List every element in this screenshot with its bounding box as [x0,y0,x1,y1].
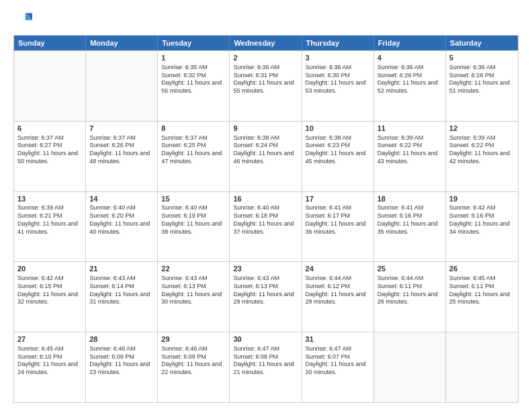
day-number: 13 [17,194,82,204]
day-number: 15 [161,194,226,204]
day-cell-25: 25Sunrise: 6:44 AMSunset: 6:11 PMDayligh… [374,262,446,332]
day-cell-15: 15Sunrise: 6:40 AMSunset: 6:19 PMDayligh… [158,192,230,262]
day-info: Sunrise: 6:40 AMSunset: 6:20 PMDaylight:… [89,204,154,236]
day-info: Sunrise: 6:41 AMSunset: 6:17 PMDaylight:… [306,204,370,236]
day-cell-6: 6Sunrise: 6:37 AMSunset: 6:27 PMDaylight… [14,122,86,191]
day-cell-12: 12Sunrise: 6:39 AMSunset: 6:22 PMDayligh… [446,122,518,191]
header-cell-wednesday: Wednesday [230,36,302,50]
day-cell-empty [86,51,158,121]
day-number: 11 [378,124,442,134]
day-cell-24: 24Sunrise: 6:44 AMSunset: 6:12 PMDayligh… [302,262,374,332]
day-cell-17: 17Sunrise: 6:41 AMSunset: 6:17 PMDayligh… [302,192,374,262]
header-cell-monday: Monday [86,36,158,50]
day-info: Sunrise: 6:37 AMSunset: 6:26 PMDaylight:… [89,134,154,166]
day-number: 22 [161,264,226,274]
day-cell-28: 28Sunrise: 6:46 AMSunset: 6:09 PMDayligh… [86,332,158,402]
day-cell-10: 10Sunrise: 6:38 AMSunset: 6:23 PMDayligh… [302,122,374,191]
day-info: Sunrise: 6:45 AMSunset: 6:10 PMDaylight:… [17,345,82,377]
day-cell-29: 29Sunrise: 6:46 AMSunset: 6:09 PMDayligh… [158,332,230,402]
day-cell-31: 31Sunrise: 6:47 AMSunset: 6:07 PMDayligh… [302,332,374,402]
day-number: 29 [161,334,226,345]
day-cell-empty [374,332,446,402]
day-number: 1 [161,53,226,63]
day-number: 31 [306,334,370,345]
day-number: 12 [449,124,515,134]
day-number: 21 [89,264,154,274]
calendar-row-5: 27Sunrise: 6:45 AMSunset: 6:10 PMDayligh… [14,332,518,402]
header-cell-saturday: Saturday [446,36,518,50]
day-cell-26: 26Sunrise: 6:45 AMSunset: 6:11 PMDayligh… [446,262,518,332]
day-cell-13: 13Sunrise: 6:39 AMSunset: 6:21 PMDayligh… [14,192,86,262]
day-info: Sunrise: 6:39 AMSunset: 6:21 PMDaylight:… [17,204,82,236]
calendar-row-1: 1Sunrise: 6:35 AMSunset: 6:32 PMDaylight… [14,50,518,121]
day-cell-1: 1Sunrise: 6:35 AMSunset: 6:32 PMDaylight… [158,51,230,121]
day-number: 20 [17,264,82,274]
day-cell-9: 9Sunrise: 6:38 AMSunset: 6:24 PMDaylight… [230,122,302,191]
day-info: Sunrise: 6:43 AMSunset: 6:13 PMDaylight:… [233,275,298,306]
day-cell-27: 27Sunrise: 6:45 AMSunset: 6:10 PMDayligh… [14,332,86,402]
day-number: 19 [449,194,515,204]
day-cell-20: 20Sunrise: 6:42 AMSunset: 6:15 PMDayligh… [14,262,86,332]
day-info: Sunrise: 6:39 AMSunset: 6:22 PMDaylight:… [449,134,515,166]
day-number: 3 [306,53,370,63]
day-cell-14: 14Sunrise: 6:40 AMSunset: 6:20 PMDayligh… [86,192,158,262]
day-cell-30: 30Sunrise: 6:47 AMSunset: 6:08 PMDayligh… [230,332,302,402]
day-number: 30 [233,334,298,345]
day-info: Sunrise: 6:36 AMSunset: 6:30 PMDaylight:… [306,64,370,95]
day-info: Sunrise: 6:41 AMSunset: 6:16 PMDaylight:… [378,204,442,236]
day-number: 24 [306,264,370,274]
calendar-grid: SundayMondayTuesdayWednesdayThursdayFrid… [13,35,519,403]
day-cell-2: 2Sunrise: 6:36 AMSunset: 6:31 PMDaylight… [230,51,302,121]
day-info: Sunrise: 6:42 AMSunset: 6:16 PMDaylight:… [449,204,515,236]
day-cell-19: 19Sunrise: 6:42 AMSunset: 6:16 PMDayligh… [446,192,518,262]
header-cell-friday: Friday [374,36,446,50]
day-info: Sunrise: 6:43 AMSunset: 6:14 PMDaylight:… [89,275,154,306]
day-info: Sunrise: 6:39 AMSunset: 6:22 PMDaylight:… [378,134,442,166]
day-number: 9 [233,124,298,134]
calendar-page: SundayMondayTuesdayWednesdayThursdayFrid… [0,0,532,411]
day-info: Sunrise: 6:37 AMSunset: 6:27 PMDaylight:… [17,134,82,166]
day-cell-4: 4Sunrise: 6:36 AMSunset: 6:29 PMDaylight… [374,51,446,121]
day-cell-18: 18Sunrise: 6:41 AMSunset: 6:16 PMDayligh… [374,192,446,262]
day-number: 7 [89,124,154,134]
day-info: Sunrise: 6:46 AMSunset: 6:09 PMDaylight:… [89,345,154,377]
day-number: 8 [161,124,226,134]
day-cell-11: 11Sunrise: 6:39 AMSunset: 6:22 PMDayligh… [374,122,446,191]
day-cell-23: 23Sunrise: 6:43 AMSunset: 6:13 PMDayligh… [230,262,302,332]
calendar-row-4: 20Sunrise: 6:42 AMSunset: 6:15 PMDayligh… [14,261,518,332]
header-cell-sunday: Sunday [14,36,86,50]
day-cell-3: 3Sunrise: 6:36 AMSunset: 6:30 PMDaylight… [302,51,374,121]
calendar-row-2: 6Sunrise: 6:37 AMSunset: 6:27 PMDaylight… [14,121,518,191]
day-info: Sunrise: 6:38 AMSunset: 6:23 PMDaylight:… [306,134,370,166]
day-number: 17 [306,194,370,204]
day-number: 26 [449,264,515,274]
day-info: Sunrise: 6:36 AMSunset: 6:31 PMDaylight:… [233,64,298,95]
day-cell-empty [446,332,518,402]
day-number: 10 [306,124,370,134]
day-number: 27 [17,334,82,345]
day-number: 2 [233,53,298,63]
day-info: Sunrise: 6:36 AMSunset: 6:29 PMDaylight:… [378,64,442,95]
day-info: Sunrise: 6:42 AMSunset: 6:15 PMDaylight:… [17,275,82,306]
day-number: 28 [89,334,154,345]
day-number: 23 [233,264,298,274]
day-info: Sunrise: 6:44 AMSunset: 6:12 PMDaylight:… [306,275,370,306]
header [13,11,519,30]
day-cell-21: 21Sunrise: 6:43 AMSunset: 6:14 PMDayligh… [86,262,158,332]
day-cell-empty [14,51,86,121]
day-info: Sunrise: 6:43 AMSunset: 6:13 PMDaylight:… [161,275,226,306]
day-info: Sunrise: 6:44 AMSunset: 6:11 PMDaylight:… [378,275,442,306]
header-cell-tuesday: Tuesday [158,36,230,50]
calendar-row-3: 13Sunrise: 6:39 AMSunset: 6:21 PMDayligh… [14,191,518,262]
calendar-header: SundayMondayTuesdayWednesdayThursdayFrid… [14,36,518,50]
day-info: Sunrise: 6:38 AMSunset: 6:24 PMDaylight:… [233,134,298,166]
day-number: 14 [89,194,154,204]
day-cell-7: 7Sunrise: 6:37 AMSunset: 6:26 PMDaylight… [86,122,158,191]
day-info: Sunrise: 6:35 AMSunset: 6:32 PMDaylight:… [161,64,226,95]
day-info: Sunrise: 6:40 AMSunset: 6:18 PMDaylight:… [233,204,298,236]
header-cell-thursday: Thursday [302,36,374,50]
calendar-body: 1Sunrise: 6:35 AMSunset: 6:32 PMDaylight… [14,50,518,402]
day-cell-16: 16Sunrise: 6:40 AMSunset: 6:18 PMDayligh… [230,192,302,262]
logo [13,11,35,30]
day-cell-5: 5Sunrise: 6:36 AMSunset: 6:28 PMDaylight… [446,51,518,121]
